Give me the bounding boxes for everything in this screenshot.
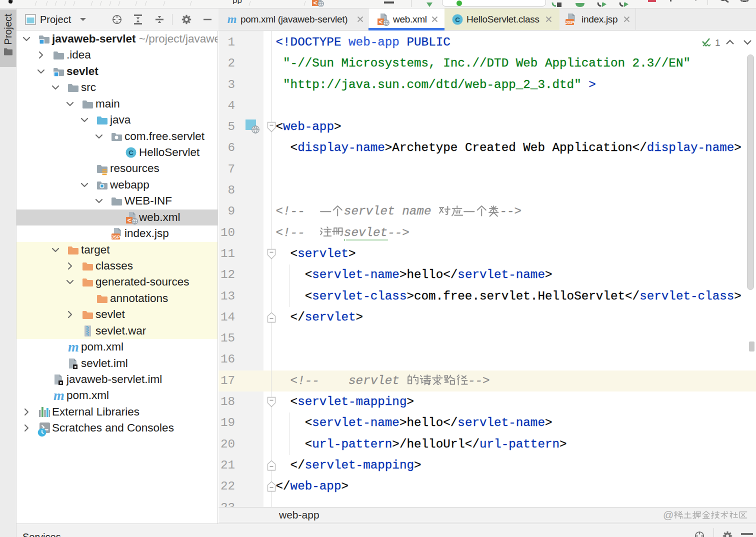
svg-text:<: < xyxy=(379,18,383,26)
svg-text:<: < xyxy=(128,216,132,224)
svg-text:JSP: JSP xyxy=(112,234,121,240)
svg-text:C: C xyxy=(128,149,134,156)
svg-text:m: m xyxy=(54,388,64,403)
svg-text:C: C xyxy=(455,16,460,24)
svg-text:m: m xyxy=(68,339,79,354)
svg-text:m: m xyxy=(228,14,237,26)
svg-text:<: < xyxy=(314,0,318,6)
svg-text:1: 1 xyxy=(715,38,720,48)
svg-text:JSP: JSP xyxy=(566,20,575,25)
